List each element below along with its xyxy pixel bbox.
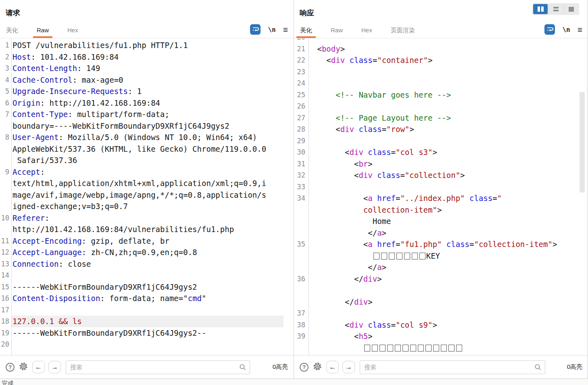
response-search bbox=[360, 360, 545, 374]
help-icon[interactable]: ? bbox=[300, 363, 309, 372]
code-line[interactable] bbox=[294, 342, 588, 354]
tab-Hex[interactable]: Hex bbox=[64, 25, 82, 38]
code-line[interactable]: 8User-Agent: Mozilla/5.0 (Windows NT 10.… bbox=[0, 132, 294, 143]
missing-glyph-box bbox=[402, 345, 409, 352]
word-wrap-toggle-button[interactable] bbox=[250, 24, 261, 35]
missing-glyph-box bbox=[418, 345, 424, 352]
search-icon[interactable] bbox=[534, 364, 542, 372]
newline-toggle[interactable]: \n bbox=[268, 26, 275, 33]
code-line[interactable]: 25 <!-- Navbar goes here --> bbox=[294, 89, 588, 101]
code-line[interactable]: Home bbox=[294, 216, 588, 227]
code-line[interactable]: 16Content-Disposition: form-data; name="… bbox=[0, 293, 294, 304]
code-line[interactable]: 14 bbox=[0, 270, 294, 281]
code-line[interactable]: 30 <div class="col s3"> bbox=[294, 146, 588, 158]
code-line[interactable]: text/html,application/xhtml+xml,applicat… bbox=[0, 178, 294, 189]
code-line[interactable]: 36 </div> bbox=[294, 273, 588, 285]
code-line[interactable]: 34 <a href="../index.php" class=" bbox=[294, 192, 588, 204]
split-horizontal-button[interactable] bbox=[548, 4, 563, 14]
code-line[interactable]: 17 bbox=[0, 304, 294, 316]
code-line[interactable]: 11Accept-Encoding: gzip, deflate, br bbox=[0, 235, 294, 247]
search-input[interactable] bbox=[360, 360, 545, 374]
code-line[interactable]: 27 <!-- Page Layout here --> bbox=[294, 112, 588, 124]
code-line[interactable]: </div> bbox=[294, 296, 588, 308]
tab-美化[interactable]: 美化 bbox=[296, 25, 316, 38]
code-line[interactable]: 7Content-Type: multipart/form-data; bbox=[0, 109, 294, 120]
code-line[interactable]: KEY bbox=[294, 250, 588, 262]
code-line[interactable]: 21 <body> bbox=[294, 43, 588, 55]
code-line[interactable]: </a> bbox=[294, 227, 588, 239]
line-number bbox=[294, 227, 309, 239]
line-content: collection-item"> bbox=[309, 204, 579, 216]
code-line[interactable]: 2Host: 101.42.168.169:84 bbox=[0, 51, 294, 63]
code-line[interactable]: 10Referer: bbox=[0, 212, 294, 224]
code-line[interactable]: AppleWebKit/537.36 (KHTML, like Gecko) C… bbox=[0, 143, 294, 155]
code-line[interactable]: 19------WebKitFormBoundaryD9XRf1jC64J9gy… bbox=[0, 327, 294, 339]
next-match-button[interactable]: → bbox=[48, 361, 61, 373]
word-wrap-toggle-button[interactable] bbox=[544, 24, 555, 35]
line-number bbox=[294, 250, 309, 262]
code-line[interactable]: 24 bbox=[294, 77, 588, 89]
single-view-button[interactable] bbox=[564, 4, 578, 14]
code-line[interactable]: igned-exchange;v=b3;q=0.7 bbox=[0, 201, 294, 212]
code-line[interactable]: http://101.42.168.169:84/vulnerabilities… bbox=[0, 224, 294, 235]
code-line[interactable]: 5Upgrade-Insecure-Requests: 1 bbox=[0, 86, 294, 97]
code-line[interactable]: 29 bbox=[294, 135, 588, 147]
code-line[interactable]: 9Accept: bbox=[0, 166, 294, 178]
line-content: <div class="col s9"> bbox=[309, 319, 579, 331]
line-content: Accept: bbox=[11, 166, 284, 178]
code-line[interactable]: 22 <div class="container"> bbox=[294, 54, 588, 66]
settings-button[interactable] bbox=[18, 361, 29, 373]
code-line[interactable]: 20 bbox=[294, 38, 588, 43]
code-line[interactable] bbox=[294, 285, 588, 296]
tab-Raw[interactable]: Raw bbox=[33, 25, 52, 38]
code-line[interactable]: 4Cache-Control: max-age=0 bbox=[0, 74, 294, 86]
next-match-button[interactable]: → bbox=[342, 361, 355, 373]
line-content: Cache-Control: max-age=0 bbox=[11, 74, 284, 86]
code-line[interactable]: 20 bbox=[0, 339, 294, 350]
code-line[interactable]: boundary=----WebKitFormBoundaryD9XRf1jC6… bbox=[0, 120, 294, 132]
code-line[interactable]: 26 bbox=[294, 100, 588, 112]
code-line[interactable]: 33 bbox=[294, 181, 588, 193]
menu-icon[interactable]: ≡ bbox=[283, 25, 288, 34]
code-line[interactable]: 15------WebKitFormBoundaryD9XRf1jC64J9gy… bbox=[0, 281, 294, 293]
vertical-scrollbar-thumb[interactable] bbox=[580, 92, 585, 192]
code-line[interactable]: 6Origin: http://101.42.168.169:84 bbox=[0, 97, 294, 109]
code-line[interactable]: collection-item"> bbox=[294, 204, 588, 216]
request-editor[interactable]: 1POST /vulnerabilities/fu1.php HTTP/1.12… bbox=[0, 38, 294, 355]
tab-Raw[interactable]: Raw bbox=[327, 25, 346, 38]
code-line[interactable]: 32 <div class="collection"> bbox=[294, 169, 588, 181]
tab-美化[interactable]: 美化 bbox=[2, 25, 22, 38]
search-input[interactable] bbox=[66, 360, 250, 374]
code-line[interactable]: 18127.0.0.1 && ls bbox=[0, 316, 294, 327]
code-line[interactable]: 12Accept-Language: zh-CN,zh;q=0.9,en;q=0… bbox=[0, 247, 294, 258]
prev-match-button[interactable]: ← bbox=[326, 361, 339, 373]
tab-Hex[interactable]: Hex bbox=[358, 25, 376, 38]
code-line[interactable]: 3Content-Length: 149 bbox=[0, 63, 294, 74]
tab-页面渲染[interactable]: 页面渲染 bbox=[387, 25, 419, 38]
gear-icon bbox=[18, 361, 29, 373]
code-line[interactable]: 38 <div class="col s9"> bbox=[294, 319, 588, 331]
response-panel: 响应 美化RawHex页面渲染 \n ≡ 202 bbox=[294, 0, 588, 379]
response-editor[interactable]: 2021 <body>22 <div class="container">232… bbox=[294, 38, 588, 355]
code-line[interactable]: </a> bbox=[294, 262, 588, 273]
help-icon[interactable]: ? bbox=[6, 363, 15, 372]
newline-toggle[interactable]: \n bbox=[562, 26, 570, 33]
missing-glyph-box bbox=[419, 253, 425, 259]
settings-button[interactable] bbox=[312, 361, 323, 373]
prev-match-button[interactable]: ← bbox=[32, 361, 45, 373]
code-line[interactable]: 35 <a href="fu1.php" class="collection-i… bbox=[294, 239, 588, 250]
single-view-icon bbox=[569, 7, 574, 12]
menu-icon[interactable]: ≡ bbox=[578, 25, 582, 34]
code-line[interactable]: mage/avif,image/webp,image/apng,*/*;q=0.… bbox=[0, 189, 294, 201]
code-line[interactable]: 37 bbox=[294, 308, 588, 319]
code-line[interactable]: 31 <br> bbox=[294, 158, 588, 170]
code-line[interactable]: 39 <h5> bbox=[294, 331, 588, 342]
code-line[interactable]: 23 bbox=[294, 66, 588, 78]
search-icon[interactable] bbox=[239, 364, 246, 372]
code-line[interactable]: 13Connection: close bbox=[0, 258, 294, 270]
code-line[interactable]: 1POST /vulnerabilities/fu1.php HTTP/1.1 bbox=[0, 40, 294, 51]
code-line[interactable]: Safari/537.36 bbox=[0, 155, 294, 166]
highlight-count: 0高亮 bbox=[273, 363, 288, 371]
split-vertical-button[interactable] bbox=[533, 4, 548, 14]
code-line[interactable]: 28 <div class="row"> bbox=[294, 123, 588, 135]
